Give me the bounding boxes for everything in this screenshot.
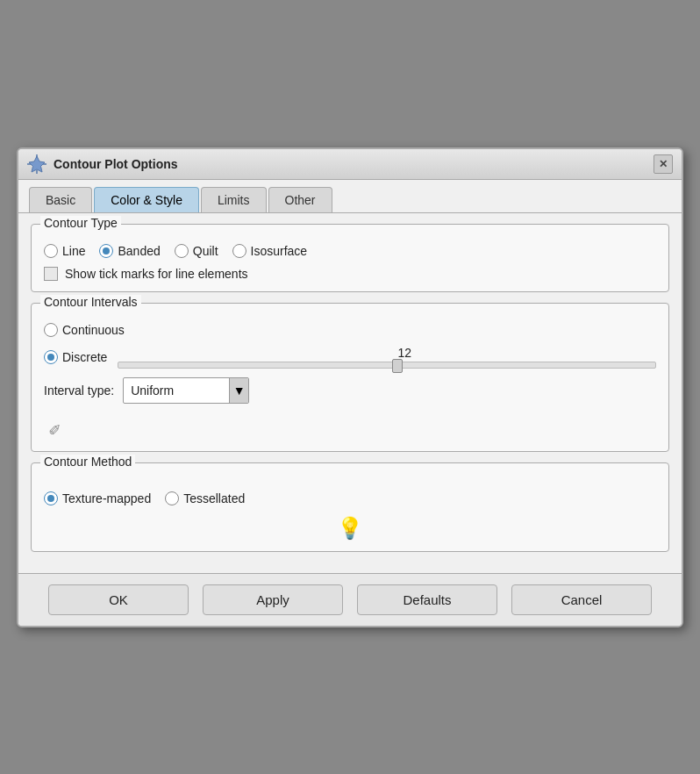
- button-bar: OK Apply Defaults Cancel: [18, 573, 682, 626]
- tab-limits[interactable]: Limits: [201, 187, 267, 212]
- contour-method-label: Contour Method: [40, 455, 135, 469]
- select-arrow-icon[interactable]: ▼: [229, 378, 248, 403]
- dialog-title: Contour Plot Options: [54, 157, 178, 171]
- lightbulb-container: 💡: [337, 516, 363, 541]
- close-button[interactable]: ✕: [654, 154, 673, 174]
- contour-method-radio-row: Texture-mapped Tessellated: [44, 491, 245, 505]
- slider-track[interactable]: [118, 362, 656, 369]
- radio-banded-circle: [99, 244, 113, 258]
- slider-container: 12: [118, 346, 656, 369]
- intervals-content: Continuous Discrete 12 Interva: [44, 323, 656, 441]
- title-bar-left: Contour Plot Options: [27, 154, 178, 174]
- pencil-icon: ✏: [39, 412, 72, 445]
- contour-method-group: Contour Method Texture-mapped Tessellate…: [31, 462, 669, 552]
- radio-line-label: Line: [62, 244, 85, 258]
- contour-type-radio-row: Line Banded Quilt Isosurface: [44, 244, 656, 258]
- dialog-icon: [27, 154, 46, 174]
- defaults-button[interactable]: Defaults: [357, 584, 497, 615]
- radio-continuous-label: Continuous: [62, 323, 125, 337]
- tab-color-style[interactable]: Color & Style: [94, 187, 199, 212]
- content-area: Contour Type Line Banded Quilt Isosurfac…: [18, 212, 682, 573]
- checkbox-tick[interactable]: [44, 267, 58, 281]
- contour-intervals-group: Contour Intervals Continuous Discrete 12: [31, 303, 669, 452]
- checkbox-tick-row[interactable]: Show tick marks for line elements: [44, 267, 656, 281]
- radio-tessellated[interactable]: Tessellated: [165, 491, 245, 505]
- contour-type-label: Contour Type: [40, 216, 121, 230]
- interval-type-row: Interval type: Uniform ▼: [44, 377, 656, 404]
- contour-method-content: Texture-mapped Tessellated 💡: [44, 483, 656, 541]
- radio-texture-mapped-label: Texture-mapped: [62, 491, 151, 505]
- slider-row: Discrete 12: [44, 346, 656, 369]
- radio-banded-label: Banded: [118, 244, 160, 258]
- checkbox-tick-label: Show tick marks for line elements: [65, 267, 248, 281]
- radio-isosurface-label: Isosurface: [251, 244, 308, 258]
- radio-quilt[interactable]: Quilt: [175, 244, 218, 258]
- radio-texture-mapped[interactable]: Texture-mapped: [44, 491, 151, 505]
- tab-other[interactable]: Other: [268, 187, 332, 212]
- contour-type-group: Contour Type Line Banded Quilt Isosurfac…: [31, 224, 669, 292]
- tab-bar: Basic Color & Style Limits Other: [18, 180, 682, 212]
- contour-intervals-label: Contour Intervals: [40, 295, 141, 309]
- radio-discrete[interactable]: Discrete: [44, 350, 107, 364]
- radio-continuous[interactable]: Continuous: [44, 323, 656, 337]
- tab-basic[interactable]: Basic: [29, 187, 92, 212]
- radio-isosurface[interactable]: Isosurface: [232, 244, 308, 258]
- slider-value: 12: [397, 346, 411, 360]
- apply-button[interactable]: Apply: [203, 584, 343, 615]
- radio-quilt-circle: [175, 244, 189, 258]
- svg-marker-0: [29, 156, 45, 172]
- interval-type-select[interactable]: Uniform ▼: [123, 377, 249, 404]
- radio-tessellated-label: Tessellated: [183, 491, 245, 505]
- radio-continuous-circle: [44, 323, 58, 337]
- ok-button[interactable]: OK: [48, 584, 189, 615]
- radio-discrete-label: Discrete: [62, 350, 107, 364]
- interval-type-value: Uniform: [124, 380, 229, 401]
- radio-texture-mapped-circle: [44, 491, 58, 505]
- lightbulb-icon: 💡: [337, 516, 363, 540]
- radio-line-circle: [44, 244, 58, 258]
- cancel-button[interactable]: Cancel: [511, 584, 652, 615]
- interval-type-label: Interval type:: [44, 383, 114, 398]
- radio-banded[interactable]: Banded: [99, 244, 160, 258]
- radio-isosurface-circle: [232, 244, 246, 258]
- slider-thumb[interactable]: [392, 359, 403, 373]
- radio-quilt-label: Quilt: [193, 244, 218, 258]
- radio-line[interactable]: Line: [44, 244, 85, 258]
- radio-discrete-circle: [44, 350, 58, 364]
- title-bar: Contour Plot Options ✕: [18, 149, 682, 180]
- contour-plot-options-dialog: Contour Plot Options ✕ Basic Color & Sty…: [17, 147, 683, 627]
- edit-icon: ✏: [44, 412, 656, 441]
- radio-tessellated-circle: [165, 491, 179, 505]
